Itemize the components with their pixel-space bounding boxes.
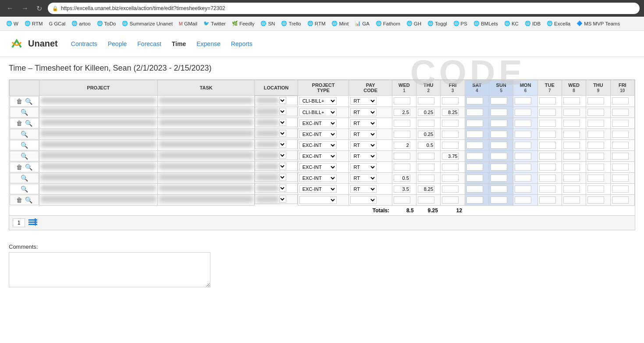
nav-time[interactable]: Time	[172, 40, 186, 47]
row-2-day-4-input[interactable]	[491, 120, 507, 127]
bookmark-mint[interactable]: 🌐 Mint	[329, 19, 351, 28]
row-5-day-1-input[interactable]	[418, 153, 434, 160]
bookmark-twitter[interactable]: 🐦 Twitter	[201, 19, 228, 28]
row-2-search-button[interactable]: 🔍	[24, 119, 33, 127]
row-5-day-3-input[interactable]	[466, 153, 483, 160]
row-2-delete-button[interactable]: 🗑	[15, 119, 23, 127]
row-4-day-3-input[interactable]	[466, 142, 483, 149]
refresh-button[interactable]: ↻	[34, 4, 44, 14]
bookmark-bmlets[interactable]: 🌐 BMLets	[471, 19, 501, 28]
row-7-day-3-input[interactable]	[466, 175, 483, 182]
row-3-location-select[interactable]	[279, 130, 286, 137]
row-7-day-0-input[interactable]	[394, 175, 410, 182]
row-2-day-8-input[interactable]	[587, 120, 604, 127]
row-3-day-8-input[interactable]	[587, 131, 604, 138]
row-2-day-3-input[interactable]	[466, 120, 483, 127]
row-1-day-2-input[interactable]	[442, 109, 459, 116]
row-9-day-8-input[interactable]	[587, 197, 604, 204]
bookmark-sn[interactable]: 🌐 SN	[258, 19, 278, 28]
row-4-location-select[interactable]	[279, 141, 286, 148]
row-5-project-type-select[interactable]: EXC-INT	[299, 152, 337, 160]
row-0-delete-button[interactable]: 🗑	[15, 97, 23, 105]
row-6-day-1-input[interactable]	[418, 164, 434, 171]
bookmark-feedly[interactable]: 🌿 Feedly	[229, 19, 257, 28]
row-1-day-6-input[interactable]	[539, 109, 556, 116]
row-6-day-5-input[interactable]	[515, 164, 531, 171]
row-9-day-7-input[interactable]	[563, 197, 580, 204]
row-0-day-9-input[interactable]	[612, 97, 629, 104]
row-6-day-7-input[interactable]	[563, 164, 580, 171]
row-0-project-type-select[interactable]: CLI-BILL+	[299, 97, 337, 105]
row-2-day-2-input[interactable]	[442, 120, 459, 127]
row-9-pay-code-select[interactable]	[350, 196, 377, 204]
url-bar[interactable]: 🔒 https://excella.unanet.biz/excella/act…	[48, 3, 640, 14]
row-0-day-6-input[interactable]	[539, 97, 556, 104]
row-6-day-6-input[interactable]	[539, 164, 556, 171]
row-4-day-0-input[interactable]	[394, 142, 410, 149]
row-5-day-0-input[interactable]	[394, 153, 410, 160]
row-3-pay-code-select[interactable]: RT	[350, 130, 377, 138]
row-4-day-9-input[interactable]	[612, 142, 629, 149]
row-1-day-3-input[interactable]	[466, 109, 483, 116]
row-5-day-4-input[interactable]	[491, 153, 507, 160]
row-9-search-button[interactable]: 🔍	[24, 196, 33, 204]
row-3-day-3-input[interactable]	[466, 131, 483, 138]
row-4-day-8-input[interactable]	[587, 142, 604, 149]
row-1-day-4-input[interactable]	[491, 109, 507, 116]
row-8-day-6-input[interactable]	[539, 186, 556, 193]
row-7-project-type-select[interactable]: EXC-INT	[299, 174, 337, 182]
nav-forecast[interactable]: Forecast	[137, 40, 161, 47]
row-8-day-4-input[interactable]	[491, 186, 507, 193]
row-6-search-button[interactable]: 🔍	[24, 163, 33, 171]
row-3-day-6-input[interactable]	[539, 131, 556, 138]
bookmark-gh[interactable]: 🌐 GH	[404, 19, 424, 28]
row-5-day-9-input[interactable]	[612, 153, 629, 160]
row-6-day-3-input[interactable]	[466, 164, 483, 171]
row-0-day-8-input[interactable]	[587, 97, 604, 104]
row-4-day-7-input[interactable]	[563, 142, 580, 149]
row-2-location-select[interactable]	[279, 119, 286, 126]
row-2-pay-code-select[interactable]: RT	[350, 119, 377, 127]
row-6-day-0-input[interactable]	[394, 164, 410, 171]
bookmark-toggl[interactable]: 🌐 Toggl	[425, 19, 450, 28]
row-4-day-2-input[interactable]	[442, 142, 459, 149]
bookmark-msteams[interactable]: 🔷 MS MVP Teams	[574, 19, 623, 28]
row-0-day-1-input[interactable]	[418, 97, 434, 104]
row-0-day-4-input[interactable]	[491, 97, 507, 104]
row-8-day-0-input[interactable]	[394, 186, 410, 193]
bookmark-ps[interactable]: 🌐 PS	[451, 19, 470, 28]
nav-people[interactable]: People	[108, 40, 127, 47]
row-9-day-6-input[interactable]	[539, 197, 556, 204]
row-7-day-7-input[interactable]	[563, 175, 580, 182]
row-7-day-6-input[interactable]	[539, 175, 556, 182]
row-4-day-1-input[interactable]	[418, 142, 434, 149]
row-7-location-select[interactable]	[279, 174, 286, 181]
row-5-pay-code-select[interactable]: RT	[350, 152, 377, 160]
row-2-day-5-input[interactable]	[515, 120, 531, 127]
row-9-day-0-input[interactable]	[394, 197, 410, 204]
bookmark-gmail[interactable]: M GMail	[176, 20, 200, 28]
row-7-day-8-input[interactable]	[587, 175, 604, 182]
row-3-search-button[interactable]: 🔍	[20, 130, 29, 138]
row-0-search-button[interactable]: 🔍	[24, 97, 33, 105]
row-4-search-button[interactable]: 🔍	[20, 141, 29, 149]
row-1-day-7-input[interactable]	[563, 109, 580, 116]
row-5-location-select[interactable]	[279, 152, 286, 159]
bookmark-w[interactable]: 🌐 W	[4, 19, 21, 28]
row-3-day-1-input[interactable]	[418, 131, 434, 138]
comments-textarea[interactable]	[9, 252, 210, 287]
row-8-day-8-input[interactable]	[587, 186, 604, 193]
row-4-day-5-input[interactable]	[515, 142, 531, 149]
row-3-project-type-select[interactable]: EXC-INT	[299, 130, 337, 138]
row-4-pay-code-select[interactable]: RT	[350, 141, 377, 149]
row-8-search-button[interactable]: 🔍	[20, 185, 29, 193]
row-5-day-5-input[interactable]	[515, 153, 531, 160]
row-6-day-4-input[interactable]	[491, 164, 507, 171]
forward-button[interactable]: →	[19, 4, 31, 13]
row-1-day-0-input[interactable]	[394, 109, 410, 116]
row-6-day-8-input[interactable]	[587, 164, 604, 171]
row-8-day-2-input[interactable]	[442, 186, 459, 193]
row-7-day-4-input[interactable]	[491, 175, 507, 182]
row-1-project-type-select[interactable]: CLI-BILL+	[299, 108, 337, 116]
row-8-pay-code-select[interactable]: RT	[350, 185, 377, 193]
